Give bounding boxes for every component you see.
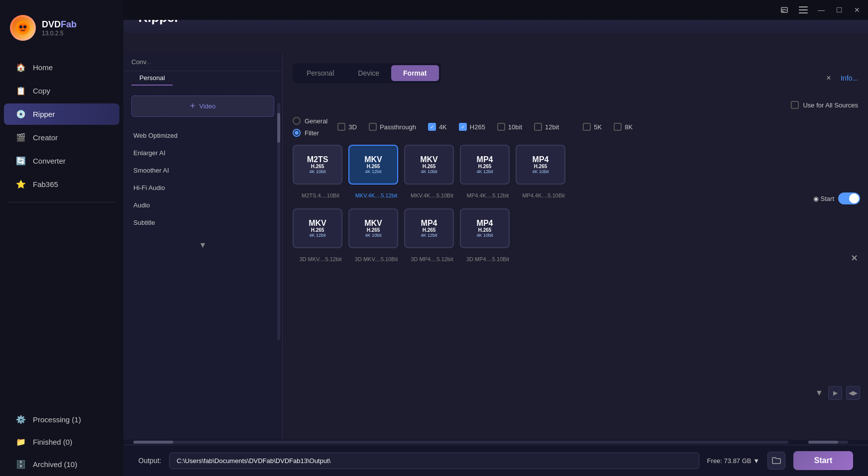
use-all-sources-checkbox[interactable] [791,101,799,109]
h-scrollbar-thumb [133,441,173,444]
filter-5k[interactable]: 5K [583,122,602,131]
filter-4k[interactable]: 4K [428,122,447,131]
output-label: Output: [138,457,161,465]
close-button[interactable]: ✕ [852,5,862,15]
filter-8k[interactable]: 8K [614,122,633,131]
svg-point-1 [19,25,22,28]
minimize-button[interactable]: — [816,5,826,15]
mp4-10bit-sub: 4K 10bit [532,170,548,174]
filter-3d[interactable]: 3D [337,122,357,131]
ripper-icon: 💿 [16,109,26,119]
personal-tab[interactable]: Personal [131,71,173,86]
left-tabs: Personal [123,71,282,86]
radio-group: General Filter [293,117,327,137]
mkv-blue-sub: 4K 12bit [365,170,381,174]
3d-mkv-12bit-codec: H.265 [311,227,325,233]
dropdown-format-arrow[interactable]: ▼ [814,388,824,398]
smoother-ai-item[interactable]: Smoother AI [123,162,282,179]
3d-mp4-10bit-codec: H.265 [478,227,492,233]
passthrough-checkbox [369,123,377,131]
format-grid-row1: M2TS H.265 4K 10bit MKV H.265 4K 12bit M… [293,145,858,185]
3d-mkv-12bit-type: MKV [309,219,326,227]
horizontal-scrollbar[interactable] [133,441,788,444]
archived-icon: 🗄️ [16,460,26,469]
tab-personal[interactable]: Personal [295,65,346,81]
play-button[interactable]: ▶ [828,386,842,400]
sidebar-item-archived[interactable]: 🗄️ Archived (10) [4,454,119,475]
tab-format[interactable]: Format [391,65,438,81]
archived-label: Archived (10) [33,460,77,469]
plus-icon: + [190,101,196,111]
3d-mp4-12bit-sub: 4K 12bit [421,233,437,238]
menu-button[interactable] [798,5,808,15]
sidebar-item-creator[interactable]: 🎬 Creator [4,127,119,148]
general-radio-circle [293,117,301,125]
3d-checkbox [337,123,345,131]
free-space: Free: 73.87 GB ▼ [707,457,760,465]
web-optimized-item[interactable]: Web Optimized [123,127,282,144]
creator-icon: 🎬 [16,133,26,142]
dropdown-free-icon[interactable]: ▼ [753,457,760,465]
subtitle-item[interactable]: Subtitle [123,214,282,231]
format-card-3d-mkv-12bit[interactable]: MKV H.265 4K 12bit [293,208,342,248]
format-labels-row2: 3D MKV....5.12bit 3D MKV....5.10Bit 3D M… [293,256,858,262]
label-mkv-selected: MKV.4K....5.12bit [348,192,404,198]
format-tabs: Personal Device Format [293,63,441,83]
brand-name: DVDFab [42,19,77,30]
enlarger-ai-item[interactable]: Enlarger AI [123,144,282,162]
3d-mp4-10bit-type: MP4 [477,219,493,227]
format-card-mkv-10bit[interactable]: MKV H.265 4K 10bit [404,145,454,185]
sidebar-item-converter[interactable]: 🔄 Converter [4,150,119,172]
cast-button[interactable] [780,5,790,15]
format-panel-close[interactable]: ✕ [848,252,860,264]
filter-12bit[interactable]: 12bit [534,122,559,131]
start-button[interactable]: Start [793,451,853,470]
video-label: Video [199,102,216,110]
format-grid-row2: MKV H.265 4K 12bit MKV H.265 4K 10bit MP… [293,208,858,248]
left-menu: Web Optimized Enlarger AI Smoother AI Hi… [123,123,282,235]
left-panel: Conv... Personal + Video Web Optimized E… [123,53,283,440]
nav-bottom: ⚙️ Processing (1) 📁 Finished (0) 🗄️ Arch… [0,408,123,476]
dialog-close-button[interactable]: × [823,72,835,84]
label-3d-mp4-12bit: 3D MP4....5.12bit [404,256,460,262]
sidebar-item-home[interactable]: 🏠 Home [4,57,119,78]
filter-radio-circle [293,129,301,137]
4k-checkbox [428,123,436,131]
add-video-button[interactable]: + Video [131,95,274,117]
filter-10bit[interactable]: 10bit [497,122,522,131]
format-card-mp4-12bit[interactable]: MP4 H.265 4K 12bit [460,145,510,185]
mkv-dark-sub: 4K 10bit [421,170,437,174]
audio-item[interactable]: Audio [123,196,282,214]
general-radio[interactable]: General [293,117,327,125]
filter-passthrough[interactable]: Passthrough [369,122,416,131]
auto-start-toggle[interactable] [838,192,860,204]
sidebar-item-ripper[interactable]: 💿 Ripper [4,103,119,125]
format-card-mp4-10bit[interactable]: MP4 H.265 4K 10bit [516,145,565,185]
folder-button[interactable] [767,452,785,470]
filter-h265[interactable]: H265 [459,122,485,131]
tab-device[interactable]: Device [346,65,391,81]
3d-mkv-10bit-codec: H.265 [367,227,380,233]
sidebar-item-fab365[interactable]: ⭐ Fab365 [4,174,119,195]
maximize-button[interactable]: ☐ [834,5,844,15]
mp4-12bit-codec: H.265 [478,164,492,170]
filter-radio[interactable]: Filter [293,129,327,137]
preview-button[interactable]: ◀▶ [846,386,860,400]
mp4-10bit-type: MP4 [533,156,549,164]
dropdown-arrow[interactable]: ▼ [197,239,209,251]
format-card-m2ts[interactable]: M2TS H.265 4K 10bit [293,145,342,185]
format-card-3d-mp4-12bit[interactable]: MP4 H.265 4K 12bit [404,208,454,248]
label-3d-mkv-10bit: 3D MKV....5.10Bit [348,256,404,262]
app-logo-inner [12,17,34,39]
output-path[interactable]: C:\Users\fab\Documents\DVDFab\DVDFab13\O… [169,453,699,469]
sidebar-item-processing[interactable]: ⚙️ Processing (1) [4,409,119,430]
format-card-mkv-selected[interactable]: MKV H.265 4K 12bit [348,145,398,185]
format-card-3d-mp4-10bit[interactable]: MP4 H.265 4K 10bit [460,208,510,248]
info-link[interactable]: Info... [841,74,858,82]
sidebar-item-copy[interactable]: 📋 Copy [4,80,119,101]
m2ts-sub: 4K 10bit [309,170,326,174]
label-mkv-10bit: MKV.4K....5.10Bit [404,192,460,198]
hifi-audio-item[interactable]: Hi-Fi Audio [123,179,282,196]
sidebar-item-finished[interactable]: 📁 Finished (0) [4,431,119,453]
format-card-3d-mkv-10bit[interactable]: MKV H.265 4K 10bit [348,208,398,248]
